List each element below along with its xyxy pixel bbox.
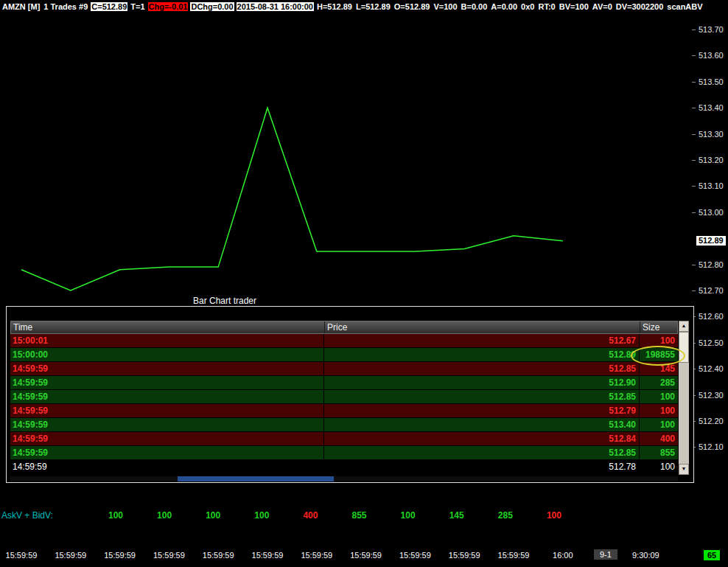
scroll-up-icon[interactable]: ▲ <box>679 321 689 332</box>
trade-row[interactable]: 14:59:59513.40100 <box>10 418 678 432</box>
status-field: DV=3002200 <box>615 2 665 11</box>
trade-price-cell: 512.90 <box>324 376 640 389</box>
price-axis-label: 512.30 <box>699 391 724 400</box>
annotation-ellipse <box>631 346 685 366</box>
trades-tbody: 15:00:01512.6710015:00:00512.8919885514:… <box>10 334 678 474</box>
trade-price-cell: 512.67 <box>324 334 640 347</box>
price-axis-label: 512.40 <box>699 364 724 373</box>
price-axis: 512.89 513.70513.60513.50513.40513.30513… <box>696 13 728 549</box>
trade-panel: Time Price Size 15:00:01512.6710015:00:0… <box>6 306 694 483</box>
trade-time-cell: 14:59:59 <box>10 432 324 445</box>
column-header-time[interactable]: Time <box>11 321 325 333</box>
status-field: RT:0 <box>537 2 556 11</box>
time-axis-label: 15:59:59 <box>194 551 242 560</box>
trade-size-cell: 285 <box>640 376 678 389</box>
volume-value: 100 <box>148 510 181 521</box>
trade-price-cell: 512.85 <box>324 446 640 459</box>
status-field: Chg=-0.01 <box>148 2 189 11</box>
volume-value: 100 <box>99 510 132 521</box>
price-axis-label: 513.60 <box>699 51 724 60</box>
price-axis-label: 512.60 <box>699 312 724 321</box>
price-axis-label: 513.10 <box>699 181 724 190</box>
trade-time-cell: 14:59:59 <box>10 418 324 431</box>
trade-price-cell: 512.85 <box>324 362 640 375</box>
trade-time-cell: 14:59:59 <box>10 446 324 459</box>
trade-time-cell: 14:59:59 <box>10 460 324 473</box>
trade-row[interactable]: 14:59:59512.85145 <box>10 362 678 376</box>
column-header-size[interactable]: Size <box>640 321 677 333</box>
axis-tick <box>692 265 696 265</box>
trade-row[interactable]: 14:59:59512.79100 <box>10 404 678 418</box>
status-field: BV=100 <box>559 2 589 11</box>
trade-row[interactable]: 14:59:59512.85855 <box>10 446 678 460</box>
trade-row[interactable]: 14:59:59512.78100 <box>10 460 678 474</box>
price-axis-label: 512.20 <box>699 417 724 425</box>
trade-time-cell: 14:59:59 <box>10 390 324 403</box>
time-axis-label: 15:59:59 <box>243 551 292 560</box>
trade-panel-title: Bar Chart trader <box>193 296 256 306</box>
trade-time-cell: 15:00:01 <box>10 334 324 347</box>
status-field: AMZN [M] <box>1 2 41 11</box>
session-marker: 9-1 <box>594 549 617 560</box>
axis-tick <box>692 82 696 83</box>
trade-time-cell: 14:59:59 <box>10 404 324 417</box>
axis-tick <box>692 29 696 30</box>
trades-table-header: Time Price Size <box>10 321 678 334</box>
trade-row[interactable]: 15:00:00512.89198855 <box>10 348 678 362</box>
status-field: DChg=0.00 <box>190 2 234 11</box>
price-axis-label: 512.70 <box>699 286 724 295</box>
volume-value: 100 <box>538 510 570 521</box>
trade-row[interactable]: 14:59:59512.84400 <box>10 432 678 446</box>
vertical-scrollbar[interactable]: ▲ ▼ <box>679 321 689 475</box>
horizontal-scrollbar[interactable] <box>10 476 678 481</box>
price-axis-label: 513.40 <box>699 103 724 112</box>
countdown-badge: 65 <box>704 550 720 560</box>
axis-tick <box>692 291 696 291</box>
horizontal-scroll-thumb[interactable] <box>178 476 334 481</box>
price-axis-label: 512.50 <box>699 338 724 347</box>
volume-value: 145 <box>441 510 473 521</box>
time-axis-label: 15:59:59 <box>440 551 489 560</box>
axis-tick <box>692 186 696 187</box>
trade-size-cell: 100 <box>640 460 678 473</box>
price-axis-label: 512.10 <box>699 442 724 451</box>
axis-tick <box>692 134 696 135</box>
time-axis-label: 15:59:59 <box>96 551 144 560</box>
time-axis-label: 15:59:59 <box>144 551 193 560</box>
scroll-down-icon[interactable]: ▼ <box>679 464 689 475</box>
trade-price-cell: 512.79 <box>324 404 640 417</box>
axis-tick <box>692 55 696 56</box>
price-line <box>21 108 563 291</box>
time-axis-label: 16:00 <box>539 551 587 560</box>
status-field: O=512.89 <box>393 2 431 11</box>
trade-size-cell: 100 <box>640 390 678 403</box>
trade-time-cell: 14:59:59 <box>10 362 324 375</box>
status-field: scanABV <box>666 2 703 11</box>
status-field: 1 Trades #9 <box>43 2 88 11</box>
volume-value: 100 <box>245 510 278 521</box>
trade-row[interactable]: 14:59:59512.85100 <box>10 390 678 404</box>
volume-value: 100 <box>197 510 229 521</box>
trade-row[interactable]: 15:00:01512.67100 <box>10 334 678 348</box>
price-axis-label: 512.80 <box>699 260 724 269</box>
axis-tick <box>692 160 696 161</box>
volume-value: 855 <box>343 510 376 521</box>
trade-price-cell: 512.89 <box>324 348 640 361</box>
volume-value: 100 <box>392 510 424 521</box>
status-field: 2015-08-31 16:00:00 <box>237 2 314 11</box>
current-price-tag: 512.89 <box>696 236 726 246</box>
price-axis-label: 513.30 <box>699 130 724 139</box>
trade-time-cell: 14:59:59 <box>10 376 324 389</box>
trade-row[interactable]: 14:59:59512.90285 <box>10 376 678 390</box>
volume-value: 400 <box>294 510 326 521</box>
column-header-price[interactable]: Price <box>325 321 640 333</box>
session-open-time: 9:30:09 <box>632 551 659 560</box>
volume-value: 285 <box>489 510 522 521</box>
axis-tick <box>692 108 696 108</box>
status-field: T=1 <box>130 2 145 11</box>
price-axis-label: 513.20 <box>699 156 724 164</box>
trade-price-cell: 512.78 <box>324 460 640 473</box>
volume-row-label: AskV + BidV: <box>1 510 53 521</box>
trade-size-cell: 855 <box>640 446 678 459</box>
time-axis-label: 15:59:59 <box>342 551 391 560</box>
